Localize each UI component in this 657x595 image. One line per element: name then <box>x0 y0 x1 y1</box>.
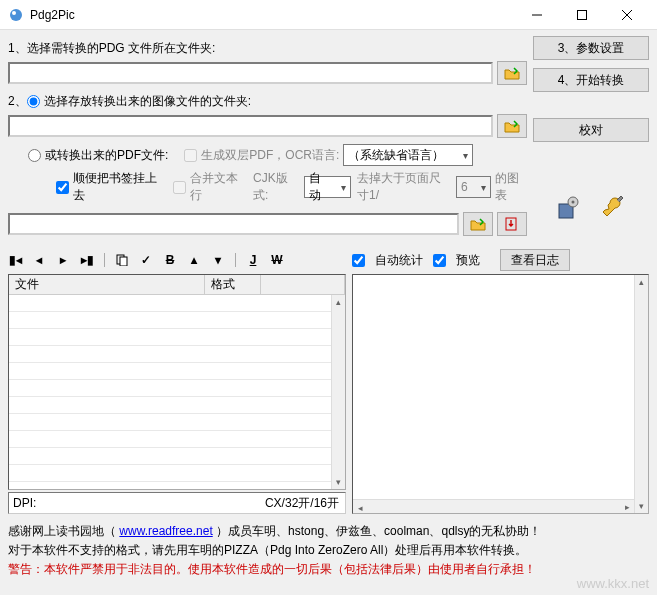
dest-folder-input[interactable] <box>8 115 493 137</box>
up-icon[interactable]: ▴ <box>187 253 201 267</box>
file-table[interactable]: 文件 格式 ▴▾ <box>8 274 346 490</box>
double-layer-pdf-checkbox <box>184 149 197 162</box>
minimize-button[interactable] <box>514 0 559 30</box>
section1-num: 1、 <box>8 40 27 57</box>
cjk-label: CJK版式: <box>253 170 298 204</box>
footer-text: 感谢网上读书园地（ www.readfree.net ）成员车明、hstong、… <box>8 522 649 580</box>
preview-hscroll[interactable]: ◂▸ <box>353 499 634 513</box>
merge-text-checkbox <box>173 181 186 194</box>
cjk-select[interactable]: 自动 <box>304 176 351 198</box>
section1-label-row: 1、 选择需转换的PDG 文件所在文件夹: <box>8 40 527 57</box>
source-folder-input[interactable] <box>8 62 493 84</box>
bookmark-label: 顺便把书签挂上去 <box>73 170 159 204</box>
down-icon[interactable]: ▾ <box>211 253 225 267</box>
output-image-label: 选择存放转换出来的图像文件的文件夹: <box>44 93 251 110</box>
browse-source-button[interactable] <box>497 61 527 85</box>
wrench-tool-icon[interactable] <box>597 192 631 226</box>
trim-suffix: 的图表 <box>495 170 527 204</box>
readfree-link[interactable]: www.readfree.net <box>119 524 212 538</box>
browse-third-button[interactable] <box>463 212 493 236</box>
ocr-language-select[interactable]: （系统缺省语言） <box>343 144 473 166</box>
double-layer-pdf-label: 生成双层PDF，OCR语言: <box>201 147 339 164</box>
col-file[interactable]: 文件 <box>9 275 205 294</box>
dpi-label: DPI: <box>9 496 40 510</box>
cx-label: CX/32开/16开 <box>259 495 345 512</box>
proof-button[interactable]: 校对 <box>533 118 649 142</box>
strike-icon[interactable]: B <box>163 253 177 267</box>
app-icon <box>8 7 24 23</box>
copy-icon[interactable] <box>115 253 129 267</box>
output-pdf-radio[interactable] <box>28 149 41 162</box>
close-button[interactable] <box>604 0 649 30</box>
preview-checkbox[interactable] <box>433 254 446 267</box>
col-blank[interactable] <box>261 275 345 294</box>
output-pdf-label: 或转换出来的PDF文件: <box>45 147 168 164</box>
footer-line2: 对于本软件不支持的格式，请先用车明的PIZZA（Pdg Into ZeroZer… <box>8 541 649 560</box>
last-icon[interactable]: ▸▮ <box>80 253 94 267</box>
preview-panel[interactable]: ▴▾ ◂▸ <box>352 274 649 514</box>
view-log-button[interactable]: 查看日志 <box>500 249 570 271</box>
w-icon[interactable]: W <box>270 253 284 267</box>
svg-rect-11 <box>120 257 127 266</box>
trim-label: 去掉大于页面尺寸1/ <box>357 170 452 204</box>
trim-select: 6 <box>456 176 491 198</box>
prev-icon[interactable]: ◂ <box>32 253 46 267</box>
table-body[interactable] <box>9 295 331 489</box>
auto-stat-checkbox[interactable] <box>352 254 365 267</box>
bookmark-checkbox[interactable] <box>56 181 69 194</box>
left-toolbar: ▮◂ ◂ ▸ ▸▮ ✓ B ▴ ▾ J W <box>8 250 346 270</box>
svg-point-9 <box>572 201 575 204</box>
section2-num: 2、 <box>8 93 27 110</box>
section2-row-a: 2、 选择存放转换出来的图像文件的文件夹: <box>8 93 527 110</box>
merge-text-label: 合并文本行 <box>190 170 244 204</box>
auto-stat-label: 自动统计 <box>375 252 423 269</box>
svg-point-0 <box>10 9 22 21</box>
preview-label: 预览 <box>456 252 480 269</box>
third-input[interactable] <box>8 213 459 235</box>
titlebar: Pdg2Pic <box>0 0 657 30</box>
col-format[interactable]: 格式 <box>205 275 261 294</box>
svg-point-1 <box>12 11 16 15</box>
next-icon[interactable]: ▸ <box>56 253 70 267</box>
export-button[interactable] <box>497 212 527 236</box>
output-image-radio[interactable] <box>27 95 40 108</box>
settings-tool-icon[interactable] <box>551 192 585 226</box>
preview-vscroll[interactable]: ▴▾ <box>634 275 648 513</box>
dpi-row: DPI: CX/32开/16开 <box>8 492 346 514</box>
browse-dest-button[interactable] <box>497 114 527 138</box>
table-vscroll[interactable]: ▴▾ <box>331 295 345 489</box>
check-icon[interactable]: ✓ <box>139 253 153 267</box>
j-icon[interactable]: J <box>246 253 260 267</box>
first-icon[interactable]: ▮◂ <box>8 253 22 267</box>
window-title: Pdg2Pic <box>30 8 514 22</box>
maximize-button[interactable] <box>559 0 604 30</box>
params-button[interactable]: 3、参数设置 <box>533 36 649 60</box>
svg-rect-3 <box>577 10 586 19</box>
footer-warning: 警告：本软件严禁用于非法目的。使用本软件造成的一切后果（包括法律后果）由使用者自… <box>8 560 649 579</box>
section1-label: 选择需转换的PDG 文件所在文件夹: <box>27 40 216 57</box>
start-button[interactable]: 4、开始转换 <box>533 68 649 92</box>
